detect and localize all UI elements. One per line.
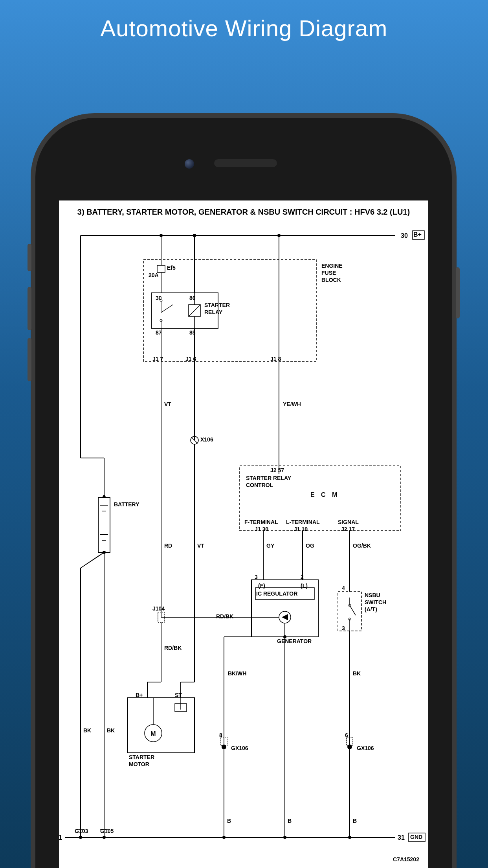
gen-f: (F) bbox=[258, 583, 265, 589]
wire-b1: B bbox=[227, 818, 231, 824]
volume-down-button bbox=[28, 338, 31, 381]
starter-relay-1: STARTER bbox=[204, 302, 230, 308]
relay-87: 87 bbox=[156, 329, 162, 336]
gx106-1: GX106 bbox=[231, 745, 248, 751]
wire-ogbk: OG/BK bbox=[353, 542, 371, 549]
svg-marker-38 bbox=[282, 614, 288, 620]
svg-point-80 bbox=[347, 745, 352, 749]
svg-text:31: 31 bbox=[398, 834, 405, 841]
relay-85: 85 bbox=[189, 329, 196, 336]
j1-30: J1 30 bbox=[255, 526, 268, 532]
svg-point-64 bbox=[103, 551, 106, 554]
svg-line-15 bbox=[189, 305, 200, 316]
phone-screen[interactable]: 3) BATTERY, STARTER MOTOR, GENERATOR & N… bbox=[59, 200, 428, 868]
svg-point-90 bbox=[348, 836, 351, 839]
mute-switch bbox=[28, 244, 31, 271]
page-title: Automotive Wiring Diagram bbox=[0, 0, 488, 41]
g103-label: G103 bbox=[75, 828, 88, 834]
ic-regulator: IC REGULATOR bbox=[256, 590, 297, 597]
wire-yewh: YE/WH bbox=[283, 401, 301, 407]
j1-7: J1 7 bbox=[152, 356, 163, 362]
wire-rdbk1: RD/BK bbox=[216, 613, 233, 620]
svg-point-88 bbox=[222, 836, 226, 839]
wire-b2: B bbox=[288, 818, 292, 824]
relay-86: 86 bbox=[189, 295, 196, 301]
gen-pin3: 3 bbox=[255, 574, 258, 580]
nsbu-1: NSBU bbox=[365, 592, 380, 598]
wire-bk3: BK bbox=[353, 670, 361, 677]
volume-up-button bbox=[28, 287, 31, 330]
gx106-pin8: 8 bbox=[219, 732, 222, 738]
x106-label: X106 bbox=[200, 436, 213, 443]
svg-rect-5 bbox=[143, 259, 316, 362]
wire-vt2: VT bbox=[197, 542, 204, 549]
svg-point-87 bbox=[103, 836, 106, 839]
svg-point-86 bbox=[79, 836, 82, 839]
control-label: CONTROL bbox=[246, 482, 273, 488]
diagram-title: 3) BATTERY, STARTER MOTOR, GENERATOR & N… bbox=[59, 200, 428, 221]
engine-label: ENGINE bbox=[321, 263, 343, 269]
nsbu-pin4: 4 bbox=[342, 585, 345, 591]
nsbu-pin3: 3 bbox=[342, 625, 345, 631]
wire-gy: GY bbox=[266, 542, 274, 549]
g105-label: G105 bbox=[100, 828, 114, 834]
starter-relay-control: STARTER RELAY bbox=[246, 475, 291, 481]
wire-rdbk2: RD/BK bbox=[164, 645, 182, 651]
svg-text:M: M bbox=[150, 730, 156, 737]
j2-57: J2 57 bbox=[270, 467, 284, 473]
svg-rect-67 bbox=[128, 698, 194, 753]
svg-text:30: 30 bbox=[401, 232, 408, 239]
svg-line-10 bbox=[161, 305, 173, 313]
j1-6: J1 6 bbox=[185, 356, 196, 362]
wire-bk1: BK bbox=[83, 727, 91, 734]
svg-line-62 bbox=[81, 552, 104, 568]
starter-bplus: B+ bbox=[136, 692, 143, 698]
wire-rd: RD bbox=[164, 542, 172, 549]
wiring-diagram[interactable]: 3) BATTERY, STARTER MOTOR, GENERATOR & N… bbox=[59, 200, 428, 868]
gx106-2: GX106 bbox=[357, 745, 374, 751]
svg-rect-6 bbox=[157, 265, 165, 272]
j104-label: J104 bbox=[152, 605, 165, 612]
ecm-label: E C M bbox=[310, 491, 339, 498]
svg-marker-60 bbox=[102, 494, 106, 498]
gx106-pin6: 6 bbox=[345, 732, 348, 738]
nsbu-3: (A/T) bbox=[365, 606, 377, 612]
j2-17: J2 17 bbox=[341, 526, 355, 532]
power-button bbox=[456, 267, 460, 318]
doc-number: C7A15202 bbox=[393, 856, 419, 862]
fuse-block-label: FUSE bbox=[321, 270, 336, 276]
phone-frame: 3) BATTERY, STARTER MOTOR, GENERATOR & N… bbox=[35, 118, 452, 868]
wire-bkwh: BK/WH bbox=[228, 670, 246, 677]
fuse-name: Ef5 bbox=[167, 265, 176, 271]
wire-b3: B bbox=[353, 818, 357, 824]
starter-relay-2: RELAY bbox=[204, 309, 222, 315]
gen-l: (L) bbox=[301, 583, 308, 589]
battery-label: BATTERY bbox=[114, 501, 139, 508]
wiring-diagram-svg: 30 bbox=[59, 222, 428, 867]
wire-og: OG bbox=[306, 542, 314, 549]
phone-camera-icon bbox=[185, 159, 194, 169]
gen-pin2: 2 bbox=[301, 574, 304, 580]
starter-motor-1: STARTER bbox=[129, 754, 154, 760]
gnd-label: GND bbox=[410, 834, 422, 840]
relay-30: 30 bbox=[156, 295, 162, 301]
svg-text:31: 31 bbox=[59, 834, 62, 841]
f-terminal: F-TERMINAL bbox=[244, 519, 278, 525]
j1-10: J1 10 bbox=[294, 526, 308, 532]
l-terminal: L-TERMINAL bbox=[286, 519, 320, 525]
svg-point-4 bbox=[160, 234, 163, 237]
svg-point-19 bbox=[193, 234, 196, 237]
generator-label: GENERATOR bbox=[277, 638, 312, 644]
wire-vt1: VT bbox=[164, 401, 171, 407]
svg-point-89 bbox=[283, 836, 286, 839]
svg-point-23 bbox=[277, 234, 281, 237]
nsbu-2: SWITCH bbox=[365, 599, 386, 605]
starter-st: ST bbox=[175, 692, 182, 698]
block-label: BLOCK bbox=[321, 277, 341, 283]
j1-8: J1 8 bbox=[270, 356, 281, 362]
bplus-label: B+ bbox=[413, 231, 422, 238]
wire-bk2: BK bbox=[107, 727, 115, 734]
fuse-rating: 20A bbox=[149, 272, 159, 278]
svg-line-47 bbox=[350, 605, 356, 615]
starter-motor-2: MOTOR bbox=[129, 761, 149, 767]
